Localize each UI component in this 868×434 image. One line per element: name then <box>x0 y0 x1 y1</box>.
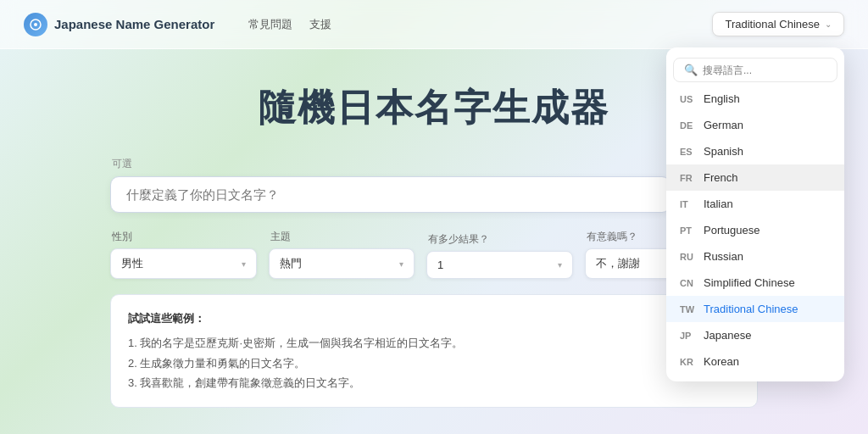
flag-pt: PT <box>680 225 697 236</box>
flag-fr: FR <box>680 173 697 183</box>
flag-kr: KR <box>680 357 697 367</box>
header: Japanese Name Generator 常見問題 支援 Traditio… <box>0 0 868 49</box>
lang-label-russian: Russian <box>704 250 743 263</box>
lang-label-traditional-chinese: Traditional Chinese <box>704 303 798 315</box>
nav-support[interactable]: 支援 <box>309 17 331 32</box>
lang-button-label: Traditional Chinese <box>725 18 820 31</box>
flag-es: ES <box>680 147 697 157</box>
gender-select[interactable]: 男性 ▾ <box>110 248 257 279</box>
search-icon: 🔍 <box>684 64 698 76</box>
flag-it: IT <box>680 199 697 209</box>
lang-item-spanish[interactable]: ES Spanish <box>666 138 844 164</box>
svg-point-1 <box>34 23 37 26</box>
lang-label-simplified-chinese: Simplified Chinese <box>704 276 795 289</box>
lang-item-french[interactable]: FR French <box>666 164 844 191</box>
lang-dropdown: 🔍 US English DE German ES Spanish FR Fre… <box>666 47 844 381</box>
filter-count: 有多少結果？ 1 ▾ <box>426 232 573 279</box>
lang-label-portuguese: Portuguese <box>704 224 760 236</box>
lang-label-french: French <box>704 171 737 184</box>
chevron-down-icon: ⌄ <box>825 19 832 29</box>
examples-title: 試試這些範例： <box>128 309 740 328</box>
nav-links: 常見問題 支援 <box>248 17 331 32</box>
examples-box: 試試這些範例： 1. 我的名字是亞歷克斯·史密斯，生成一個與我名字相近的日文名字… <box>110 294 758 408</box>
flag-ru: RU <box>680 252 697 262</box>
filter-gender: 性別 男性 ▾ <box>110 230 257 279</box>
lang-button[interactable]: Traditional Chinese ⌄ <box>712 12 844 36</box>
logo-icon <box>24 13 47 36</box>
lang-label-german: German <box>704 119 743 131</box>
lang-item-italian[interactable]: IT Italian <box>666 191 844 217</box>
flag-us: US <box>680 94 697 104</box>
nav-faq[interactable]: 常見問題 <box>248 17 292 32</box>
input-label: 可選 <box>112 157 758 171</box>
meaning-value: 不，謝謝 <box>596 256 640 271</box>
example-item-3: 3. 我喜歡龍，創建帶有龍象徵意義的日文名字。 <box>128 373 740 392</box>
page-title: 隨機日本名字生成器 <box>110 83 758 133</box>
logo-area: Japanese Name Generator 常見問題 支援 <box>24 13 712 36</box>
input-row: 生成 ✨ <box>110 176 758 213</box>
logo-text: Japanese Name Generator <box>54 17 214 31</box>
lang-item-russian[interactable]: RU Russian <box>666 243 844 270</box>
filters-row: 性別 男性 ▾ 主題 熱門 ▾ 有多少結果？ 1 ▾ 有意義嗎？ 不，謝謝 ▾ <box>110 230 758 279</box>
flag-de: DE <box>680 120 697 131</box>
lang-item-korean[interactable]: KR Korean <box>666 348 844 375</box>
input-section: 可選 生成 ✨ <box>110 157 758 213</box>
lang-item-japanese[interactable]: JP Japanese <box>666 322 844 348</box>
flag-cn: CN <box>680 278 697 288</box>
lang-label-japanese: Japanese <box>704 329 751 342</box>
count-chevron-icon: ▾ <box>558 260 562 270</box>
filter-theme-label: 主題 <box>270 230 415 244</box>
filter-theme: 主題 熱門 ▾ <box>269 230 415 279</box>
theme-select[interactable]: 熱門 ▾ <box>269 248 415 279</box>
gender-value: 男性 <box>121 256 143 271</box>
lang-label-korean: Korean <box>704 355 739 368</box>
flag-jp: JP <box>680 331 697 341</box>
lang-label-english: English <box>704 92 740 105</box>
lang-item-simplified-chinese[interactable]: CN Simplified Chinese <box>666 270 844 296</box>
example-item-2: 2. 生成象徵力量和勇氣的日文名字。 <box>128 353 740 373</box>
theme-chevron-icon: ▾ <box>399 259 403 269</box>
flag-tw: TW <box>680 304 697 314</box>
lang-item-german[interactable]: DE German <box>666 112 844 138</box>
lang-label-italian: Italian <box>704 198 733 210</box>
lang-item-english[interactable]: US English <box>666 86 844 112</box>
lang-item-portuguese[interactable]: PT Portuguese <box>666 217 844 243</box>
filter-gender-label: 性別 <box>112 230 257 244</box>
count-value: 1 <box>437 259 443 271</box>
filter-count-label: 有多少結果？ <box>428 232 573 247</box>
count-select[interactable]: 1 ▾ <box>426 251 573 279</box>
lang-search-box[interactable]: 🔍 <box>673 58 837 82</box>
gender-chevron-icon: ▾ <box>242 259 246 269</box>
lang-label-spanish: Spanish <box>704 145 743 158</box>
lang-search-input[interactable] <box>703 64 826 76</box>
example-item-1: 1. 我的名字是亞歷克斯·史密斯，生成一個與我名字相近的日文名字。 <box>128 333 740 353</box>
lang-selector[interactable]: Traditional Chinese ⌄ 🔍 US English DE Ge… <box>712 12 844 36</box>
lang-item-traditional-chinese[interactable]: TW Traditional Chinese <box>666 296 844 322</box>
prompt-input[interactable] <box>110 176 670 213</box>
theme-value: 熱門 <box>280 256 302 271</box>
